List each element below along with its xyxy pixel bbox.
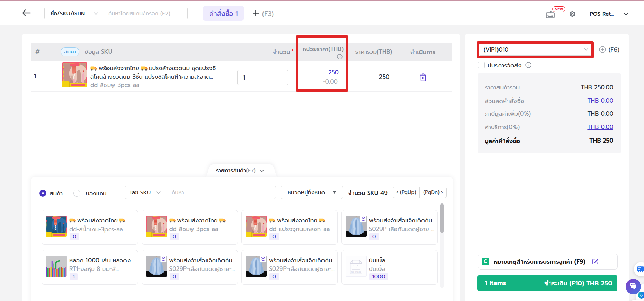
- svg-text:?: ?: [527, 62, 529, 68]
- svg-text:No Image: No Image: [351, 271, 361, 273]
